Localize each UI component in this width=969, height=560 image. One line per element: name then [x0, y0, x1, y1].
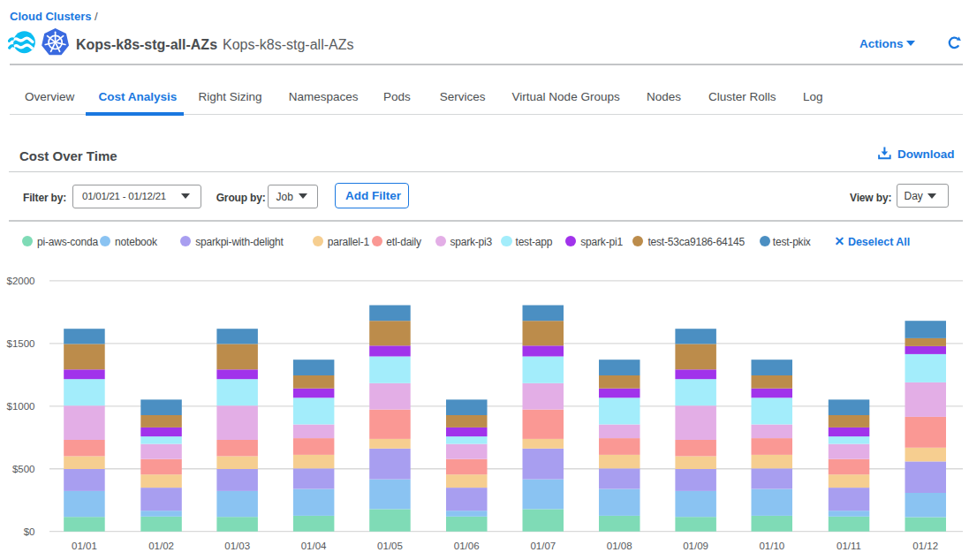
svg-text:01/06: 01/06 [454, 541, 480, 551]
svg-text:01/07: 01/07 [530, 541, 556, 551]
svg-text:$2000: $2000 [7, 276, 35, 286]
svg-text:$500: $500 [12, 464, 35, 474]
svg-text:01/11: 01/11 [837, 541, 861, 551]
svg-text:$1500: $1500 [7, 338, 35, 349]
svg-text:01/08: 01/08 [607, 541, 632, 551]
svg-text:$0: $0 [24, 526, 35, 537]
svg-text:01/03: 01/03 [224, 541, 250, 551]
svg-text:01/02: 01/02 [148, 541, 174, 551]
svg-text:01/05: 01/05 [377, 541, 403, 551]
svg-text:$1000: $1000 [7, 401, 35, 412]
svg-text:01/04: 01/04 [301, 541, 327, 551]
svg-text:01/01: 01/01 [72, 541, 97, 551]
svg-text:01/12: 01/12 [912, 541, 938, 551]
svg-text:01/10: 01/10 [759, 541, 784, 551]
svg-text:01/09: 01/09 [683, 541, 708, 551]
